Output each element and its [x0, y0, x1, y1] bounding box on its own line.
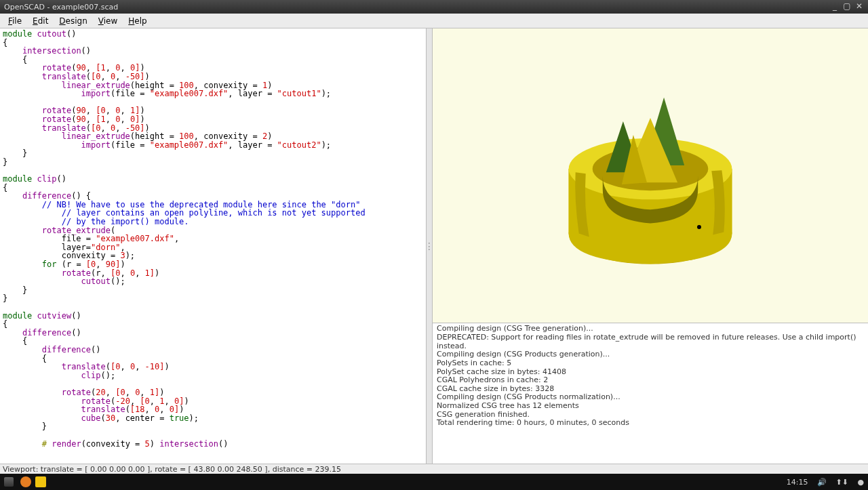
menu-design[interactable]: Design [54, 15, 92, 27]
maximize-button[interactable]: ▢ [842, 2, 852, 12]
menu-edit[interactable]: Edit [27, 15, 54, 27]
os-taskbar: 14:15 🔊 ⬆⬇ ● [0, 474, 868, 490]
right-pane: Compiling design (CSG Tree generation)..… [433, 28, 868, 464]
viewport-status: Viewport: translate = [ 0.00 0.00 0.00 ]… [3, 465, 341, 474]
window-title: OpenSCAD - example007.scad [4, 3, 827, 12]
menu-bar: File Edit Design View Help [0, 14, 868, 28]
splitter-vertical[interactable] [426, 28, 433, 464]
workspace: module cutout() { intersection() { rotat… [0, 28, 868, 464]
network-icon[interactable]: ⬆⬇ [835, 478, 848, 487]
code-editor[interactable]: module cutout() { intersection() { rotat… [0, 28, 426, 449]
status-bar: Viewport: translate = [ 0.00 0.00 0.00 ]… [0, 464, 868, 474]
taskbar-app-1[interactable] [20, 476, 31, 487]
volume-icon[interactable]: 🔊 [817, 478, 827, 487]
editor-pane: module cutout() { intersection() { rotat… [0, 28, 426, 464]
menu-view[interactable]: View [93, 15, 123, 27]
notification-icon[interactable]: ● [857, 478, 864, 487]
system-tray: 14:15 🔊 ⬆⬇ ● [780, 478, 864, 487]
start-button[interactable] [4, 477, 14, 487]
3d-viewport[interactable] [433, 28, 868, 323]
close-button[interactable]: ✕ [854, 2, 864, 12]
clock: 14:15 [787, 478, 808, 487]
minimize-button[interactable]: _ [830, 2, 840, 12]
window-titlebar: OpenSCAD - example007.scad _ ▢ ✕ [0, 0, 868, 14]
menu-help[interactable]: Help [123, 15, 152, 27]
taskbar-app-openscad[interactable] [35, 476, 46, 487]
cursor-icon [697, 225, 701, 229]
console-output[interactable]: Compiling design (CSG Tree generation)..… [433, 323, 868, 464]
menu-file[interactable]: File [3, 15, 27, 27]
